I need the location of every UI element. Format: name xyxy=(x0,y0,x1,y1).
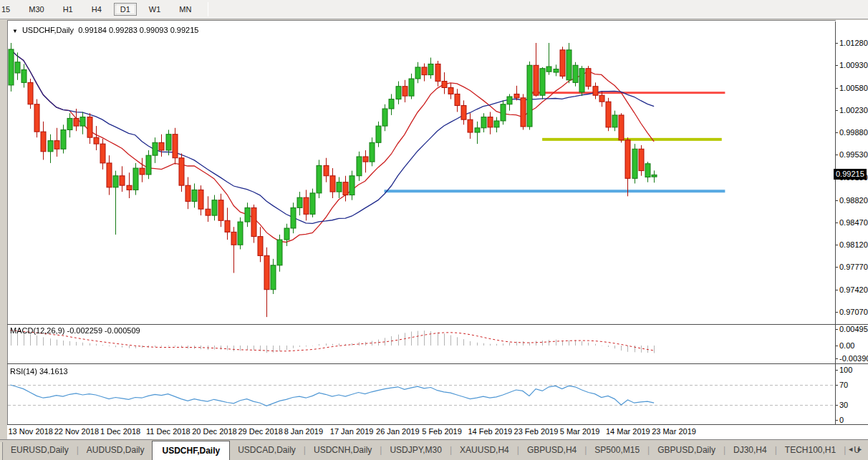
current-price-badge: 0.99215 xyxy=(834,169,867,180)
date-axis-label: 11 Dec 2018 xyxy=(146,427,191,436)
date-axis-label: 23 Mar 2019 xyxy=(652,427,696,436)
tab-audusd[interactable]: AUDUSD,Daily xyxy=(79,440,153,460)
panel-separator-rsi[interactable] xyxy=(7,363,868,364)
application-window: 15M30H1H4D1W1MN ▼USDCHF,Daily 0.99184 0.… xyxy=(0,0,868,460)
rsi-axis-label: 30 xyxy=(839,401,848,409)
date-axis-label: 14 Feb 2019 xyxy=(468,427,512,436)
date-axis-label: 26 Jan 2019 xyxy=(376,427,420,436)
timeframe-button-w1[interactable]: W1 xyxy=(143,3,168,16)
date-axis-label: 5 Mar 2019 xyxy=(560,427,600,436)
timeframe-button-m30[interactable]: M30 xyxy=(22,3,50,16)
macd-name: MACD(12,26,9) xyxy=(10,326,64,335)
price-axis-label: 0.99530 xyxy=(839,150,868,159)
price-axis-label: 0.99880 xyxy=(839,128,868,137)
price-axis-label: 1.01280 xyxy=(839,39,868,47)
tab-gbpusd[interactable]: GBPUSD,H4 xyxy=(519,440,584,460)
chart-title-ohlc: 0.99184 0.99283 0.99093 0.99215 xyxy=(78,26,198,34)
rsi-axis-label: 70 xyxy=(839,381,848,389)
price-axis-label: 0.97770 xyxy=(839,263,868,271)
tab-tech100[interactable]: TECH100,H1 xyxy=(777,440,844,460)
price-axis-label: 0.98120 xyxy=(839,240,868,249)
rsi-name: RSI(14) xyxy=(10,367,37,376)
price-axis-label: 0.98470 xyxy=(839,218,868,227)
price-axis-label: 1.00580 xyxy=(839,84,868,92)
panel-separator-dates xyxy=(7,424,868,425)
tab-usdjpy[interactable]: USDJPY,M30 xyxy=(382,440,449,460)
price-axis-label: 1.00930 xyxy=(839,61,868,69)
tab-usdcad[interactable]: USDCAD,Daily xyxy=(230,440,304,460)
date-axis[interactable]: 13 Nov 201822 Nov 20181 Dec 201811 Dec 2… xyxy=(7,425,836,439)
rsi-value: 34.1613 xyxy=(39,367,68,376)
timeframe-button-d1[interactable]: D1 xyxy=(114,3,137,16)
macd-axis-label: 0.00 xyxy=(839,341,854,350)
date-axis-label: 29 Dec 2018 xyxy=(238,427,282,436)
date-axis-label: 1 Dec 2018 xyxy=(100,427,140,436)
macd-values: -0.002259 -0.000509 xyxy=(67,326,140,335)
macd-axis-label: 0.004952 xyxy=(839,325,868,333)
tab-dj30[interactable]: DJ30,H4 xyxy=(725,440,775,460)
chart-title: ▼USDCHF,Daily 0.99184 0.99283 0.99093 0.… xyxy=(12,26,198,34)
timeframe-toolbar: 15M30H1H4D1W1MN xyxy=(0,0,868,19)
macd-indicator-label: MACD(12,26,9) -0.002259 -0.000509 xyxy=(10,326,140,335)
tab-sp500[interactable]: SP500,M15 xyxy=(587,440,647,460)
panel-separator-macd[interactable] xyxy=(7,324,868,325)
tab-gbpusd[interactable]: GBPUSD,Daily xyxy=(650,440,723,460)
rsi-axis-label: 100 xyxy=(839,366,852,374)
date-axis-label: 20 Dec 2018 xyxy=(192,427,236,436)
tab-usdchf[interactable]: USDCHF,Daily xyxy=(152,441,230,460)
tab-xauusd[interactable]: XAUUSD,H4 xyxy=(452,440,517,460)
price-axis-label: 0.97420 xyxy=(839,285,868,294)
macd-axis-label: -0.003905 xyxy=(839,354,868,363)
date-axis-label: 17 Jan 2019 xyxy=(330,427,374,436)
chart-tab-bar: EURUSD,Daily|AUDUSD,DailyUSDCHF,DailyUSD… xyxy=(0,439,868,460)
price-axis-label: 0.98820 xyxy=(839,196,868,205)
timeframe-button-h4[interactable]: H4 xyxy=(85,3,108,16)
tab-scroll-arrows[interactable]: ◄► xyxy=(847,446,866,453)
date-axis-label: 14 Mar 2019 xyxy=(606,427,650,436)
rsi-axis-label: 0 xyxy=(839,416,844,424)
price-axis[interactable]: 1.012801.009301.005801.002300.998800.995… xyxy=(836,20,868,439)
timeframe-button-15[interactable]: 15 xyxy=(0,3,16,16)
timeframe-button-mn[interactable]: MN xyxy=(173,3,198,16)
date-axis-label: 23 Feb 2019 xyxy=(514,427,559,436)
symbol-dropdown-icon[interactable]: ▼ xyxy=(12,28,18,34)
chart-title-symbol: USDCHF,Daily xyxy=(22,26,74,34)
price-axis-label: 1.00230 xyxy=(839,106,868,114)
tab-usdcnh[interactable]: USDCNH,Daily xyxy=(306,440,380,460)
price-axis-label: 0.97070 xyxy=(839,308,868,316)
rsi-indicator-label: RSI(14) 34.1613 xyxy=(10,367,68,376)
tab-eurusd[interactable]: EURUSD,Daily xyxy=(3,440,77,460)
date-axis-label: 8 Jan 2019 xyxy=(284,427,323,436)
toolbar-separator xyxy=(208,2,208,16)
date-axis-label: 22 Nov 2018 xyxy=(54,427,99,436)
date-axis-label: 13 Nov 2018 xyxy=(9,427,53,436)
timeframe-button-h1[interactable]: H1 xyxy=(57,3,79,16)
date-axis-label: 5 Feb 2019 xyxy=(422,427,462,436)
axis-border-line xyxy=(835,21,836,424)
